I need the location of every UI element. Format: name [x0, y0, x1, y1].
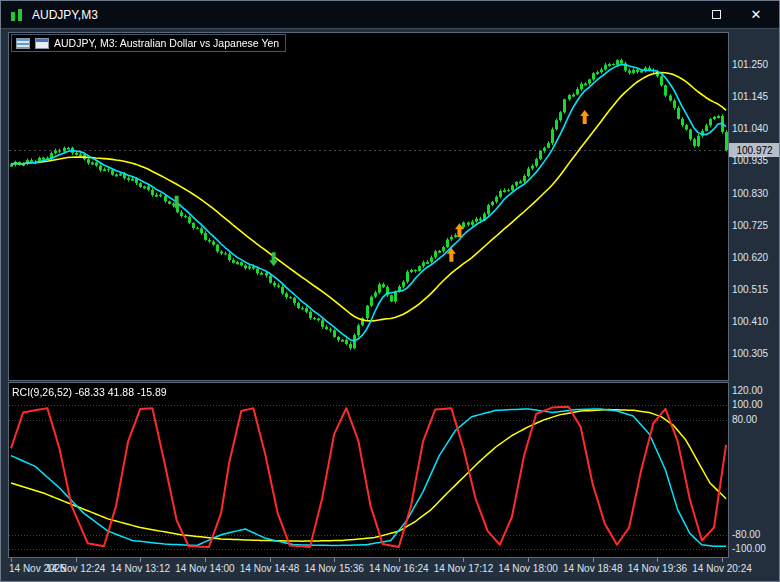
- chart-symbol-label: AUDJPY, M3: Australian Dollar vs Japanes…: [54, 37, 279, 49]
- time-axis-label: 14 Nov 12:24: [46, 563, 106, 574]
- price-axis-label: 100.935: [732, 155, 768, 166]
- time-axis-tick: [463, 558, 464, 562]
- time-axis-label: 14 Nov 20:24: [692, 563, 752, 574]
- time-axis-label: 14 Nov 15:36: [304, 563, 364, 574]
- price-axis-label: 100.830: [732, 188, 768, 199]
- indicator-axis-label: 100.00: [732, 399, 763, 410]
- time-axis-label: 14 Nov 18:00: [498, 563, 558, 574]
- indicator-axis-label: -100.00: [732, 543, 766, 554]
- time-axis-tick: [205, 558, 206, 562]
- maximize-button[interactable]: [709, 7, 723, 23]
- time-axis-label: 14 Nov 14:00: [175, 563, 235, 574]
- price-axis-label: 101.040: [732, 123, 768, 134]
- price-axis-label: 100.620: [732, 252, 768, 263]
- time-axis-label: 14 Nov 13:12: [111, 563, 171, 574]
- indicator-axis-label: -80.00: [732, 529, 760, 540]
- rci-indicator-canvas[interactable]: [8, 382, 729, 558]
- time-axis-label: 14 Nov 16:24: [369, 563, 429, 574]
- price-chart-canvas[interactable]: [8, 32, 729, 381]
- time-axis-tick: [593, 558, 594, 562]
- time-axis-label: 14 Nov 18:48: [563, 563, 623, 574]
- price-axis-label: 100.725: [732, 220, 768, 231]
- time-axis-tick: [399, 558, 400, 562]
- titlebar[interactable]: AUDJPY,M3 ✕: [1, 1, 779, 29]
- price-axis-label: 100.515: [732, 284, 768, 295]
- indicator-axis-label: 120.00: [732, 385, 763, 396]
- candlestick-chart-icon: [9, 7, 25, 23]
- depth-of-market-icon[interactable]: [16, 38, 30, 49]
- time-axis-tick: [76, 558, 77, 562]
- maximize-icon: [712, 10, 721, 19]
- time-axis-label: 14 Nov 19:36: [628, 563, 688, 574]
- time-axis[interactable]: 14 Nov 202514 Nov 12:2414 Nov 13:1214 No…: [1, 558, 779, 581]
- time-axis-tick: [140, 558, 141, 562]
- time-axis-tick: [722, 558, 723, 562]
- close-button[interactable]: ✕: [749, 7, 763, 23]
- window-title: AUDJPY,M3: [32, 8, 98, 22]
- price-axis-label: 101.145: [732, 91, 768, 102]
- time-axis-tick: [11, 558, 12, 562]
- time-axis-label: 14 Nov 17:12: [434, 563, 494, 574]
- window-controls: ✕: [709, 7, 771, 23]
- indicator-axis-label: 80.00: [732, 414, 757, 425]
- chart-window: AUDJPY,M3 ✕ AUDJPY, M3: Australian Dolla…: [0, 0, 780, 582]
- one-click-trading-icon[interactable]: [35, 38, 49, 49]
- time-axis-tick: [334, 558, 335, 562]
- time-axis-tick: [270, 558, 271, 562]
- time-axis-label: 14 Nov 14:48: [240, 563, 300, 574]
- chart-client-area: AUDJPY, M3: Australian Dollar vs Japanes…: [1, 29, 779, 581]
- chart-symbol-label-box: AUDJPY, M3: Australian Dollar vs Japanes…: [11, 34, 286, 52]
- price-axis-label: 101.250: [732, 59, 768, 70]
- indicator-label: RCI(9,26,52) -68.33 41.88 -15.89: [12, 386, 167, 398]
- time-axis-tick: [657, 558, 658, 562]
- price-axis-label: 100.410: [732, 316, 768, 327]
- price-axis-label: 100.305: [732, 348, 768, 359]
- time-axis-tick: [528, 558, 529, 562]
- price-axis[interactable]: 100.972 101.250101.145101.040100.935100.…: [729, 29, 780, 581]
